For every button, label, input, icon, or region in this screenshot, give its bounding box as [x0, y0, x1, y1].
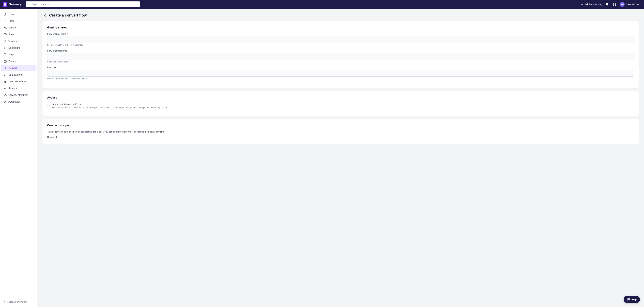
sidebar-item-reports[interactable]: Reports [1, 85, 36, 92]
app-body: Home Tasks People Pools Vacancies Campai… [0, 9, 644, 307]
getting-started-card: Getting started Flow internal name * For… [42, 21, 638, 88]
svg-rect-8 [4, 60, 6, 62]
getting-started-title: Getting started [47, 26, 634, 29]
require-login-label: Require candidates to log in [52, 103, 168, 106]
connect-pool-description: Track submissions to this flow by connec… [47, 130, 634, 133]
people-icon [4, 26, 7, 29]
require-login-checkbox[interactable] [47, 103, 50, 106]
sidebar-item-team-leaderboard[interactable]: Team leaderboard [1, 78, 36, 85]
search-input[interactable] [26, 1, 140, 8]
logo-text: Beamery [9, 3, 22, 6]
top-navigation: Beamery Ask Me Anything SW Sean Wilkes ▾ [0, 0, 644, 9]
ask-me-anything-button[interactable]: Ask Me Anything [580, 3, 602, 6]
connect-pool-card: Connect to a pool Track submissions to t… [42, 119, 638, 144]
sidebar-label-reports: Reports [8, 87, 17, 90]
sidebar-label-tasks: Tasks [8, 20, 14, 22]
sidebar-item-people[interactable]: People [1, 24, 36, 31]
sparkle-icon [580, 3, 584, 6]
require-login-row: Require candidates to log in Flows for c… [47, 103, 634, 109]
sidebar-label-vacancies: Vacancies [8, 40, 19, 42]
sidebar-item-automation[interactable]: Automation [1, 98, 36, 105]
sidebar-label-data-explorer: Data explorer [8, 74, 22, 76]
user-menu[interactable]: SW Sean Wilkes ▾ [620, 2, 641, 7]
collapse-label: Collapse navigation [7, 300, 27, 303]
logo: Beamery [3, 2, 22, 7]
notifications-button[interactable] [605, 2, 610, 7]
back-icon [43, 14, 47, 17]
sidebar-item-vacancy-attribution[interactable]: Vacancy attribution [1, 92, 36, 98]
require-login-hint: Flows for candidates to view and update … [52, 106, 168, 109]
flow-url-input[interactable] [47, 70, 634, 76]
svg-rect-12 [6, 81, 6, 83]
svg-point-14 [4, 95, 5, 96]
access-title: Access [47, 96, 634, 99]
flow-internal-name-hint: For identification of this flow in Beame… [47, 44, 634, 46]
main-content: Create a convert flow Getting started Fl… [37, 9, 644, 307]
svg-rect-11 [5, 81, 6, 83]
sidebar-item-tasks[interactable]: Tasks [1, 18, 36, 24]
svg-rect-10 [4, 82, 5, 83]
vacancies-icon [4, 40, 7, 42]
svg-point-4 [6, 27, 6, 28]
search-icon [27, 3, 30, 6]
automation-icon [4, 100, 7, 103]
sidebar-item-vacancies[interactable]: Vacancies [1, 38, 36, 44]
flow-internal-name-label: Flow internal name * [47, 33, 634, 35]
sidebar-item-pools[interactable]: Pools [1, 31, 36, 38]
vacancy-attribution-icon [4, 94, 7, 96]
flow-external-name-input[interactable] [47, 53, 634, 60]
flow-internal-name-group: Flow internal name * For identification … [47, 33, 634, 46]
bell-icon [606, 3, 609, 6]
required-star-2: * [68, 50, 68, 52]
pools-icon [4, 33, 7, 36]
svg-rect-5 [4, 34, 6, 35]
required-star: * [67, 33, 68, 35]
help-button[interactable]: Help [624, 296, 640, 303]
sidebar-label-vacancy-attribution: Vacancy attribution [8, 94, 28, 96]
sidebar-label-pages: Pages [8, 53, 15, 56]
avatar: SW [620, 2, 625, 7]
require-login-content: Require candidates to log in Flows for c… [52, 103, 168, 109]
help-label: Help [631, 298, 636, 301]
sidebar-item-data-explorer[interactable]: Data explorer [1, 72, 36, 78]
svg-point-16 [5, 102, 6, 102]
collapse-icon [3, 300, 6, 303]
required-star-3: * [58, 66, 58, 69]
sidebar-label-automation: Automation [8, 100, 20, 103]
events-icon [4, 60, 7, 63]
sidebar-label-campaigns: Campaigns [8, 46, 20, 49]
flow-url-hint: flows.sandbox.beamery.com/sharedsandbox/ [47, 78, 634, 80]
flow-external-name-group: Flow external name * Candidate facing na… [47, 50, 634, 63]
convert-icon [4, 66, 7, 70]
sidebar-item-events[interactable]: Events [1, 58, 36, 64]
user-name: Sean Wilkes [626, 3, 639, 6]
flow-external-name-hint: Candidate facing name [47, 61, 634, 63]
chevron-down-icon: ▾ [640, 4, 641, 6]
page-title: Create a convert flow [49, 13, 87, 18]
sidebar-label-team-leaderboard: Team leaderboard [8, 80, 28, 83]
sidebar-item-pages[interactable]: Pages [1, 51, 36, 58]
home-icon [4, 13, 7, 16]
data-explorer-icon [4, 73, 7, 76]
sidebar-item-convert[interactable]: Convert [1, 65, 36, 71]
svg-point-13 [5, 94, 6, 95]
sidebar-item-home[interactable]: Home [1, 11, 36, 17]
back-button[interactable] [42, 13, 48, 18]
bookmarks-button[interactable] [612, 2, 617, 7]
tasks-icon [4, 19, 7, 22]
page-header: Create a convert flow [42, 13, 638, 18]
team-leaderboard-icon [4, 80, 7, 83]
search-bar [26, 1, 140, 8]
flow-url-group: Flow URL * flows.sandbox.beamery.com/sha… [47, 66, 634, 80]
sidebar-label-events: Events [8, 60, 16, 63]
help-chat-icon [627, 298, 630, 301]
connect-to-label: Connect to [47, 136, 634, 138]
collapse-navigation-button[interactable]: Collapse navigation [0, 299, 37, 305]
sidebar-label-pools: Pools [8, 33, 14, 36]
sidebar-item-campaigns[interactable]: Campaigns [1, 45, 36, 51]
svg-rect-7 [4, 54, 6, 56]
flow-internal-name-input[interactable] [47, 36, 634, 43]
sidebar-label-convert: Convert [8, 67, 17, 70]
campaigns-icon [4, 46, 7, 49]
pages-icon [4, 53, 7, 56]
